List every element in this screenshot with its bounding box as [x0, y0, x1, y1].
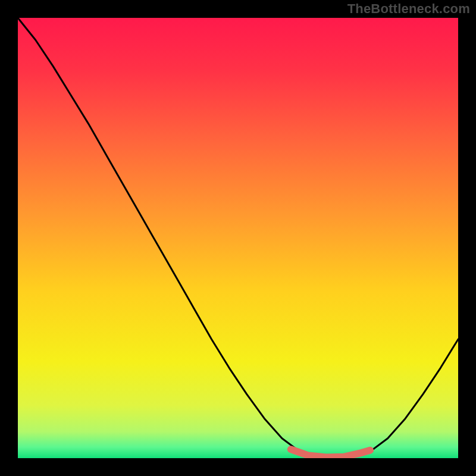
attribution-text: TheBottleneck.com: [347, 1, 470, 17]
chart-svg: [18, 18, 458, 458]
bottleneck-chart: [18, 18, 458, 458]
gradient-background: [18, 18, 458, 458]
